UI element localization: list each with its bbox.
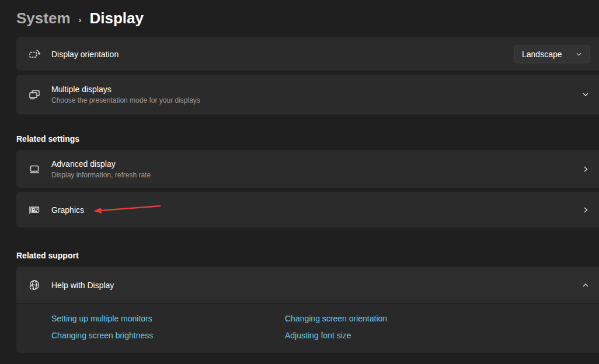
orientation-dropdown-value: Landscape (522, 50, 562, 59)
link-adjusting-font-size[interactable]: Adjusting font size (285, 331, 351, 340)
link-changing-screen-orientation[interactable]: Changing screen orientation (285, 314, 387, 323)
globe-help-icon (28, 279, 41, 292)
chevron-up-icon (581, 281, 590, 289)
help-with-display-title: Help with Display (51, 280, 114, 290)
chevron-down-icon (576, 51, 582, 57)
orientation-dropdown[interactable]: Landscape (514, 45, 590, 63)
screen-rotate-icon (28, 48, 41, 61)
gpu-icon (28, 204, 41, 216)
breadcrumb: System › Display (16, 9, 144, 27)
multiple-displays-subtitle: Choose the presentation mode for your di… (51, 96, 200, 105)
multiple-displays-title: Multiple displays (51, 84, 200, 94)
advanced-display-title: Advanced display (51, 159, 151, 169)
link-changing-screen-brightness[interactable]: Changing screen brightness (51, 331, 153, 340)
display-orientation-row: Display orientation Landscape (16, 37, 599, 71)
breadcrumb-chevron-icon: › (79, 15, 82, 24)
link-setting-up-multiple-monitors[interactable]: Setting up multiple monitors (51, 314, 152, 323)
related-support-header: Related support (16, 251, 79, 260)
help-with-display-row[interactable]: Help with Display (16, 267, 599, 304)
monitor-icon (28, 163, 41, 176)
help-links-panel: Setting up multiple monitors Changing sc… (16, 304, 599, 353)
related-settings-header: Related settings (16, 134, 79, 144)
multiple-displays-row[interactable]: Multiple displays Choose the presentatio… (16, 75, 599, 114)
display-orientation-label: Display orientation (51, 49, 119, 60)
advanced-display-row[interactable]: Advanced display Display information, re… (16, 150, 599, 188)
chevron-down-icon (581, 90, 590, 99)
page-title: Display (90, 9, 144, 27)
chevron-right-icon (581, 206, 590, 214)
multiple-displays-icon (28, 88, 41, 101)
advanced-display-subtitle: Display information, refresh rate (51, 170, 151, 180)
chevron-right-icon (581, 165, 590, 173)
breadcrumb-system[interactable]: System (16, 9, 71, 27)
graphics-title: Graphics (51, 205, 84, 215)
graphics-row[interactable]: Graphics (16, 192, 599, 228)
